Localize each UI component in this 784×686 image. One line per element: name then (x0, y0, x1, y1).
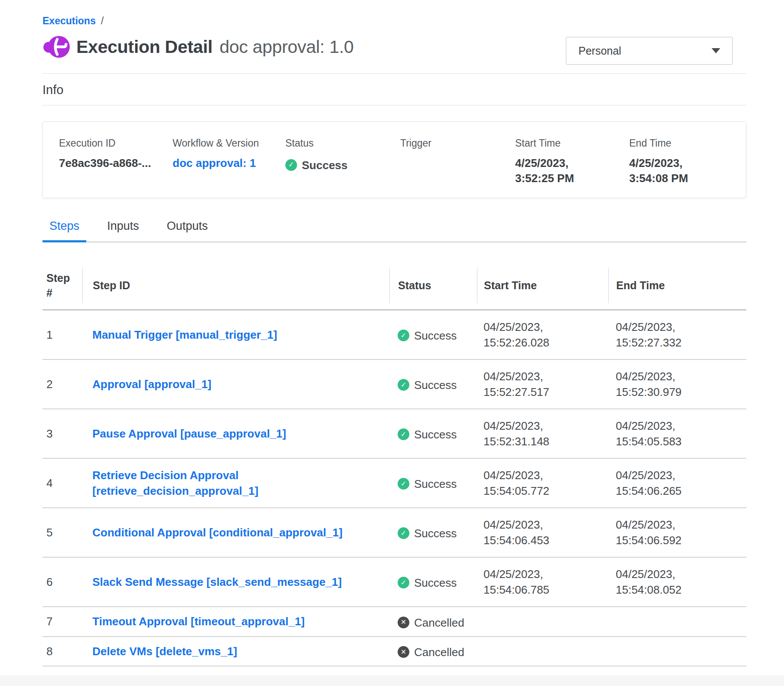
step-number: 3 (42, 426, 82, 441)
start-time: 04/25/2023, 15:54:05.772 (483, 467, 555, 499)
table-header: Step # Step ID Status Start Time End Tim… (42, 261, 746, 310)
info-section-title: Info (42, 83, 746, 97)
status-text: Success (414, 476, 457, 492)
status-icon: ✓✕ (398, 577, 409, 588)
field-label: Trigger (400, 137, 515, 149)
x-icon: ✕ (401, 619, 406, 626)
tab-outputs[interactable]: Outputs (160, 218, 215, 242)
status-badge: ✓✕Success (398, 526, 457, 541)
start-time: 04/25/2023, 15:54:06.785 (483, 566, 555, 598)
table-row: 5 Conditional Approval [conditional_appr… (42, 508, 746, 558)
column-header-status: Status (389, 268, 477, 303)
field-label: Execution ID (59, 137, 173, 149)
status-text: Success (302, 157, 348, 173)
step-link[interactable]: Delete VMs [delete_vms_1] (92, 645, 237, 658)
column-header-end-time: End Time (608, 268, 746, 303)
step-link[interactable]: Pause Approval [pause_approval_1] (92, 427, 286, 440)
breadcrumb-executions-link[interactable]: Executions (42, 15, 96, 26)
step-number: 4 (42, 475, 82, 491)
end-time: 04/25/2023, 15:52:30.979 (616, 369, 687, 400)
field-label: End Time (629, 137, 746, 149)
scope-selector[interactable]: Personal (566, 37, 733, 65)
check-icon: ✓ (401, 530, 406, 537)
table-row: 6 Slack Send Message [slack_send_message… (42, 558, 746, 607)
divider (42, 105, 746, 105)
check-icon: ✓ (401, 431, 406, 438)
table-row: 3 Pause Approval [pause_approval_1] ✓✕Su… (42, 409, 746, 459)
field-label: Workflow & Version (173, 137, 285, 149)
status-badge: ✓✕Cancelled (398, 644, 464, 660)
status-badge: ✓✕Cancelled (398, 615, 464, 630)
column-header-step-id: Step ID (82, 268, 389, 303)
check-icon: ✓ (401, 480, 406, 487)
check-icon: ✓ (401, 382, 406, 389)
step-number: 2 (42, 376, 82, 392)
end-time: 04/25/2023, 15:54:05.583 (616, 418, 687, 449)
divider (42, 73, 746, 74)
step-link[interactable]: Retrieve Decision Approval [retrieve_dec… (92, 469, 258, 497)
column-header-start-time: Start Time (477, 268, 608, 303)
status-icon: ✓✕ (398, 646, 409, 658)
tab-bar: Steps Inputs Outputs (42, 218, 746, 242)
step-link[interactable]: Timeout Approval [timeout_approval_1] (92, 615, 305, 628)
info-field-workflow-version: Workflow & Version doc approval: 1 (173, 137, 285, 186)
start-time: 04/25/2023, 15:52:26.028 (483, 319, 555, 350)
workflow-icon (42, 35, 70, 59)
info-field-trigger: Trigger (400, 137, 515, 186)
info-field-execution-id: Execution ID 7e8ac396-a868-... (59, 137, 173, 186)
page-bottom-strip (0, 676, 784, 686)
status-icon: ✓✕ (398, 379, 409, 391)
status-icon: ✓✕ (398, 478, 409, 490)
info-field-start-time: Start Time 4/25/2023, 3:52:25 PM (515, 137, 629, 186)
info-field-end-time: End Time 4/25/2023, 3:54:08 PM (629, 137, 746, 186)
page-subtitle: doc approval: 1.0 (219, 37, 353, 57)
status-badge: ✓✕Success (398, 575, 457, 591)
step-number: 8 (42, 644, 82, 659)
step-link[interactable]: Manual Trigger [manual_trigger_1] (92, 328, 277, 341)
table-row: 1 Manual Trigger [manual_trigger_1] ✓✕Su… (42, 310, 746, 360)
status-icon: ✓✕ (285, 159, 297, 171)
end-time: 04/25/2023, 15:54:06.265 (616, 467, 687, 499)
status-icon: ✓✕ (398, 428, 409, 440)
execution-id-value: 7e8ac396-a868-... (59, 156, 173, 171)
table-row: 4 Retrieve Decision Approval [retrieve_d… (42, 459, 746, 508)
status-badge: ✓✕Success (398, 427, 457, 442)
steps-table: Step # Step ID Status Start Time End Tim… (42, 261, 746, 666)
check-icon: ✓ (401, 332, 406, 339)
tab-steps[interactable]: Steps (42, 218, 86, 242)
table-row: 8 Delete VMs [delete_vms_1] ✓✕Cancelled (42, 637, 746, 667)
step-link[interactable]: Conditional Approval [conditional_approv… (92, 526, 343, 539)
status-text: Success (414, 575, 457, 591)
workflow-version-link[interactable]: doc approval: 1 (173, 157, 256, 170)
start-time: 04/25/2023, 15:52:27.517 (483, 369, 555, 400)
tab-inputs[interactable]: Inputs (100, 218, 146, 242)
end-time-value: 4/25/2023, 3:54:08 PM (629, 156, 716, 186)
start-time: 04/25/2023, 15:54:06.453 (483, 517, 555, 548)
scope-selector-value: Personal (578, 45, 621, 57)
info-field-status: Status ✓✕ Success (285, 137, 400, 186)
breadcrumb-separator: / (101, 15, 104, 26)
status-text: Success (414, 328, 457, 343)
step-number: 5 (42, 525, 82, 540)
status-icon: ✓✕ (398, 330, 409, 341)
check-icon: ✓ (288, 161, 294, 168)
step-link[interactable]: Approval [approval_1] (92, 378, 212, 391)
end-time: 04/25/2023, 15:54:06.592 (616, 517, 687, 548)
step-number: 7 (42, 614, 82, 629)
status-text: Cancelled (414, 644, 464, 660)
breadcrumb: Executions/ (42, 14, 746, 27)
execution-detail-page: Executions/ Execution Detail doc approva… (0, 0, 784, 686)
status-text: Cancelled (414, 615, 464, 630)
status-badge: ✓✕Success (398, 377, 457, 393)
info-card: Execution ID 7e8ac396-a868-... Workflow … (42, 121, 746, 198)
status-badge: ✓✕Success (398, 328, 457, 343)
status-badge: ✓✕Success (398, 476, 457, 492)
step-link[interactable]: Slack Send Message [slack_send_message_1… (92, 575, 342, 588)
table-row: 2 Approval [approval_1] ✓✕Success 04/25/… (42, 360, 746, 409)
field-label: Start Time (515, 137, 629, 149)
status-text: Success (414, 377, 457, 393)
status-badge: ✓✕ Success (285, 157, 348, 173)
x-icon: ✕ (401, 649, 406, 656)
start-time-value: 4/25/2023, 3:52:25 PM (515, 156, 602, 186)
table-row: 7 Timeout Approval [timeout_approval_1] … (42, 607, 746, 637)
